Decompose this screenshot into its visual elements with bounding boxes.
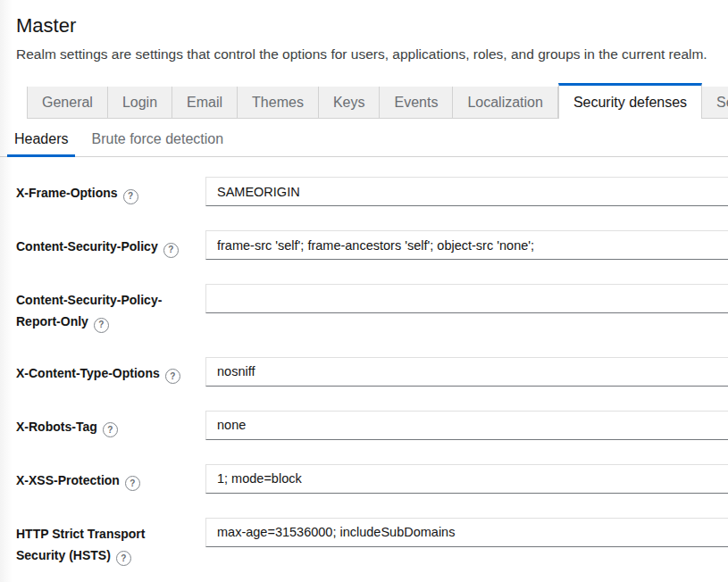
tab-label: Email (187, 95, 222, 111)
help-icon[interactable]: ? (103, 422, 118, 437)
field-row-csp-report-only: Content-Security-Policy-Report-Only? (16, 284, 728, 333)
subtab-label: Headers (14, 131, 68, 146)
field-input-cell (205, 411, 728, 440)
help-icon[interactable]: ? (94, 318, 109, 333)
x-content-type-options-input[interactable] (205, 357, 728, 387)
tab-label: Localization (467, 95, 543, 111)
field-label-text: X-Content-Type-Options (16, 366, 160, 380)
x-xss-protection-label: X-XSS-Protection? (16, 464, 205, 492)
field-row-x-frame-options: X-Frame-Options? (16, 177, 728, 206)
headers-form: X-Frame-Options? Content-Security-Policy… (0, 157, 728, 566)
tab-security-defenses[interactable]: Security defenses (558, 83, 702, 119)
tab-label: Security defenses (573, 95, 687, 111)
tab-label: Login (122, 95, 157, 111)
realm-settings-tabs: General Login Email Themes Keys Events L… (0, 83, 728, 119)
page-header: Master Realm settings are settings that … (0, 0, 728, 63)
content-security-policy-input[interactable] (205, 230, 728, 260)
field-row-x-xss-protection: X-XSS-Protection? (16, 464, 728, 494)
tab-label: Sessions (716, 95, 728, 111)
tab-label: Themes (252, 95, 304, 111)
field-label-text: Content-Security-Policy-Report-Only (16, 293, 162, 328)
tab-events[interactable]: Events (380, 87, 453, 119)
field-label-text: X-Frame-Options (16, 186, 118, 200)
field-input-cell (205, 357, 728, 387)
csp-report-only-label: Content-Security-Policy-Report-Only? (16, 284, 205, 333)
field-label-text: X-XSS-Protection (16, 473, 120, 487)
subtab-headers[interactable]: Headers (7, 123, 75, 157)
tab-login[interactable]: Login (108, 87, 172, 119)
field-input-cell (205, 518, 728, 547)
field-row-x-content-type-options: X-Content-Type-Options? (16, 357, 728, 387)
csp-report-only-input[interactable] (205, 284, 728, 313)
x-frame-options-label: X-Frame-Options? (16, 177, 205, 204)
help-icon[interactable]: ? (165, 369, 180, 384)
tab-keys[interactable]: Keys (319, 87, 381, 119)
security-defenses-subtabs: Headers Brute force detection (0, 123, 728, 157)
page-subtitle: Realm settings are settings that control… (16, 45, 712, 63)
x-xss-protection-input[interactable] (205, 464, 728, 494)
field-row-content-security-policy: Content-Security-Policy? (16, 230, 728, 260)
tab-label: Keys (333, 95, 365, 111)
tab-sessions[interactable]: Sessions (702, 87, 728, 119)
tab-label: Events (394, 95, 438, 111)
x-frame-options-input[interactable] (205, 177, 728, 206)
tab-localization[interactable]: Localization (453, 87, 558, 119)
help-icon[interactable]: ? (116, 551, 131, 566)
subtab-brute-force-detection[interactable]: Brute force detection (84, 123, 230, 157)
tab-themes[interactable]: Themes (238, 87, 319, 119)
x-content-type-options-label: X-Content-Type-Options? (16, 357, 205, 385)
field-input-cell (205, 177, 728, 206)
x-robots-tag-label: X-Robots-Tag? (16, 411, 205, 438)
field-row-x-robots-tag: X-Robots-Tag? (16, 411, 728, 440)
help-icon[interactable]: ? (125, 476, 140, 491)
tab-label: General (42, 95, 93, 111)
field-input-cell (205, 230, 728, 260)
help-icon[interactable]: ? (123, 189, 138, 204)
help-icon[interactable]: ? (163, 243, 179, 258)
page-title: Master (16, 12, 712, 39)
hsts-label: HTTP Strict Transport Security (HSTS)? (16, 518, 205, 567)
subtab-label: Brute force detection (91, 131, 223, 146)
field-input-cell (205, 284, 728, 313)
field-label-text: X-Robots-Tag (16, 420, 97, 434)
tab-email[interactable]: Email (172, 87, 238, 119)
hsts-input[interactable] (205, 518, 728, 547)
tab-general[interactable]: General (27, 87, 108, 119)
x-robots-tag-input[interactable] (205, 411, 728, 440)
content-security-policy-label: Content-Security-Policy? (16, 230, 205, 258)
field-label-text: Content-Security-Policy (16, 239, 158, 254)
field-input-cell (205, 464, 728, 494)
field-row-hsts: HTTP Strict Transport Security (HSTS)? (16, 518, 728, 567)
